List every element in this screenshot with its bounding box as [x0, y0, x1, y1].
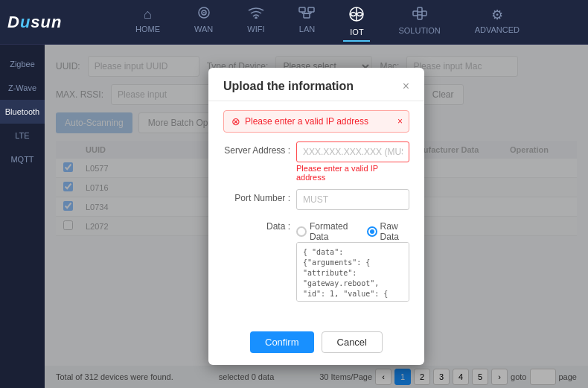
nav-iot-label: IOT [350, 28, 363, 36]
server-address-field: Please enter a valid IP address [296, 141, 409, 182]
radio-formatted-dot [296, 226, 307, 237]
upload-modal: Upload the information × ⊗ Please enter … [208, 68, 424, 365]
modal-overlay: Upload the information × ⊗ Please enter … [45, 45, 588, 388]
svg-point-2 [203, 12, 205, 13]
advanced-icon: ⚙ [491, 7, 503, 23]
sidebar-item-bluetooth[interactable]: Bluetooth [0, 100, 45, 124]
nav-home[interactable]: ⌂ HOME [130, 3, 166, 42]
svg-rect-4 [299, 7, 305, 12]
nav-solution-label: SOLUTION [398, 26, 440, 35]
svg-rect-6 [304, 13, 310, 18]
port-number-row: Port Number : [223, 189, 409, 210]
sidebar-item-lte[interactable]: LTE [0, 124, 45, 147]
nav-lan[interactable]: LAN [293, 3, 321, 42]
lan-icon [298, 7, 315, 22]
nav-iot[interactable]: IOT [343, 3, 370, 42]
sidebar-item-mqtt[interactable]: MQTT [0, 147, 45, 171]
top-nav: Dusun ⌂ HOME WAN [0, 0, 588, 45]
data-row: Data : Formated Data Raw Data [223, 217, 409, 305]
confirm-button[interactable]: Confirm [250, 331, 314, 353]
data-label: Data : [223, 217, 290, 232]
port-input[interactable] [296, 189, 409, 210]
radio-raw-dot [367, 226, 377, 237]
sidebar-item-zwave[interactable]: Z-Wave [0, 76, 45, 100]
home-icon: ⌂ [144, 7, 152, 22]
nav-solution[interactable]: SOLUTION [392, 3, 446, 42]
radio-group: Formated Data Raw Data [296, 217, 409, 242]
nav-wan[interactable]: WAN [188, 3, 219, 42]
nav-lan-label: LAN [299, 25, 315, 34]
error-icon: ⊗ [231, 115, 240, 127]
svg-rect-14 [418, 7, 422, 12]
error-close-button[interactable]: × [397, 116, 403, 127]
modal-close-button[interactable]: × [403, 80, 409, 92]
nav-wifi-label: WIFI [247, 25, 264, 34]
cancel-button[interactable]: Cancel [322, 331, 383, 353]
radio-formatted[interactable]: Formated Data [296, 221, 356, 242]
server-address-input[interactable] [296, 141, 409, 162]
nav-home-label: HOME [135, 25, 160, 34]
nav-wifi[interactable]: WIFI [241, 3, 270, 42]
radio-raw[interactable]: Raw Data [367, 221, 409, 242]
nav-wan-label: WAN [194, 25, 213, 34]
sidebar: Zigbee Z-Wave Bluetooth LTE MQTT [0, 45, 45, 388]
nav-advanced-label: ADVANCED [475, 25, 520, 34]
port-label: Port Number : [223, 189, 290, 203]
solution-icon [412, 7, 427, 24]
data-textarea[interactable]: { "data": {"arguments": { "attribute": "… [296, 242, 409, 302]
svg-rect-16 [418, 15, 422, 19]
server-address-row: Server Address : Please enter a valid IP… [223, 141, 409, 182]
wan-icon [196, 7, 211, 22]
content-area: UUID: Type of Device: Please select Mac:… [45, 45, 588, 388]
modal-title: Upload the information [223, 80, 354, 93]
svg-rect-15 [422, 11, 426, 16]
error-message: Please enter a valid IP address [245, 116, 368, 127]
modal-footer: Confirm Cancel [208, 324, 424, 365]
svg-point-3 [255, 17, 257, 19]
server-address-label: Server Address : [223, 141, 290, 156]
modal-header: Upload the information × [208, 68, 424, 101]
modal-body: ⊗ Please enter a valid IP address × Serv… [208, 101, 424, 324]
port-field [296, 189, 409, 210]
iot-icon [349, 7, 364, 25]
error-banner: ⊗ Please enter a valid IP address × [223, 110, 409, 133]
sidebar-item-zigbee[interactable]: Zigbee [0, 52, 45, 76]
server-address-error: Please enter a valid IP address [296, 164, 409, 182]
main-layout: Zigbee Z-Wave Bluetooth LTE MQTT UUID: T… [0, 45, 588, 388]
nav-advanced[interactable]: ⚙ ADVANCED [469, 3, 525, 42]
svg-rect-13 [413, 11, 418, 16]
svg-rect-5 [308, 7, 314, 12]
radio-raw-label: Raw Data [380, 221, 409, 242]
radio-formatted-label: Formated Data [310, 221, 356, 242]
wifi-icon [248, 7, 264, 22]
brand-logo: Dusun [7, 13, 74, 32]
data-field: Formated Data Raw Data { "data": {"argum… [296, 217, 409, 305]
nav-items: ⌂ HOME WAN WIFI [74, 3, 581, 42]
